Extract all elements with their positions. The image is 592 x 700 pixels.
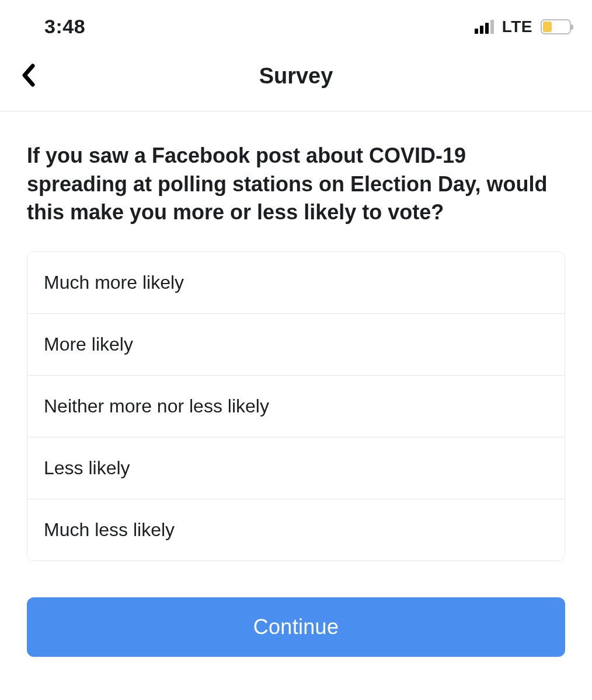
nav-header: Survey: [0, 44, 592, 111]
status-right: LTE: [475, 18, 571, 36]
back-button[interactable]: [21, 64, 35, 87]
option-less-likely[interactable]: Less likely: [27, 438, 565, 499]
cellular-signal-icon: [475, 20, 494, 34]
continue-button[interactable]: Continue: [27, 597, 565, 657]
battery-icon: [541, 19, 571, 34]
option-much-less-likely[interactable]: Much less likely: [27, 499, 565, 561]
survey-question: If you saw a Facebook post about COVID-1…: [27, 142, 565, 227]
chevron-left-icon: [21, 64, 35, 87]
option-neither[interactable]: Neither more nor less likely: [27, 376, 565, 438]
survey-options: Much more likely More likely Neither mor…: [27, 251, 565, 561]
survey-main: If you saw a Facebook post about COVID-1…: [0, 111, 592, 561]
option-much-more-likely[interactable]: Much more likely: [27, 252, 565, 314]
page-title: Survey: [0, 64, 592, 89]
status-time: 3:48: [44, 15, 85, 38]
network-type-label: LTE: [502, 18, 532, 36]
option-more-likely[interactable]: More likely: [27, 314, 565, 376]
status-bar: 3:48 LTE: [0, 0, 592, 44]
